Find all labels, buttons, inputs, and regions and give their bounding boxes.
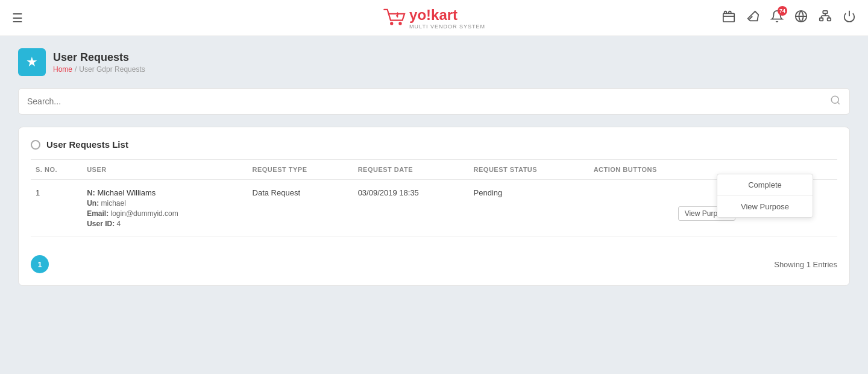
user-email-value: login@dummyid.com <box>111 209 178 218</box>
header-left: ☰ <box>12 11 23 25</box>
hamburger-menu[interactable]: ☰ <box>12 11 23 25</box>
col-request-status: REQUEST STATUS <box>469 160 589 180</box>
page-title-area: User Requests Home / User Gdpr Requests <box>53 51 145 74</box>
svg-point-8 <box>831 96 838 103</box>
user-id-value: 4 <box>117 220 121 228</box>
svg-rect-4 <box>823 11 827 14</box>
showing-entries-text: Showing 1 Entries <box>774 260 837 269</box>
cell-user: N: Michael Williams Un: michael Email: l… <box>82 180 247 237</box>
breadcrumb-home[interactable]: Home <box>53 65 72 74</box>
user-email-line: Email: login@dummyid.com <box>87 209 242 218</box>
logo-cart-icon <box>383 8 407 28</box>
sitemap-icon[interactable] <box>819 10 832 26</box>
action-dropdown: Complete View Purpose <box>717 174 813 218</box>
logo-subtitle: MULTI VENDOR SYSTEM <box>409 24 485 30</box>
search-icon[interactable] <box>830 95 841 108</box>
cell-request-status: Pending <box>469 180 589 237</box>
notification-icon[interactable]: 74 <box>770 10 784 26</box>
user-email-label: Email: <box>87 209 108 218</box>
svg-rect-2 <box>723 13 734 22</box>
logo: yo!kart MULTI VENDOR SYSTEM <box>383 7 485 30</box>
breadcrumb-separator: / <box>75 65 77 74</box>
card-header: User Requests List <box>31 139 837 150</box>
user-un-value: michael <box>101 199 126 208</box>
svg-point-1 <box>398 22 401 25</box>
data-table: S. NO. USER REQUEST TYPE REQUEST DATE RE… <box>31 159 837 237</box>
pagination-page-1[interactable]: 1 <box>31 255 49 273</box>
page-header: ★ User Requests Home / User Gdpr Request… <box>18 48 850 76</box>
user-info: N: Michael Williams Un: michael Email: l… <box>87 188 242 228</box>
user-id-label: User ID: <box>87 220 115 228</box>
col-request-date: REQUEST DATE <box>353 160 469 180</box>
card-footer: 1 Showing 1 Entries <box>31 249 837 273</box>
logo-text-area: yo!kart MULTI VENDOR SYSTEM <box>409 7 485 30</box>
cell-action: Complete View Purpose View Purpose <box>589 180 837 237</box>
main-card: User Requests List S. NO. USER REQUEST T… <box>18 127 850 286</box>
cell-sno: 1 <box>31 180 82 237</box>
search-bar <box>18 88 850 115</box>
page-icon: ★ <box>18 48 46 76</box>
col-request-type: REQUEST TYPE <box>248 160 353 180</box>
page-title: User Requests <box>53 51 145 64</box>
page-content: ★ User Requests Home / User Gdpr Request… <box>0 36 868 298</box>
power-icon[interactable] <box>843 10 856 26</box>
svg-point-0 <box>390 22 393 25</box>
breadcrumb: Home / User Gdpr Requests <box>53 65 145 74</box>
logo-brand: yo!kart <box>409 7 458 23</box>
svg-line-9 <box>837 102 839 104</box>
complete-button[interactable]: Complete <box>717 174 813 195</box>
notification-badge: 74 <box>778 6 787 16</box>
col-user: USER <box>82 160 247 180</box>
user-name-line: N: Michael Williams <box>87 188 242 197</box>
card-header-radio[interactable] <box>31 140 40 150</box>
header: ☰ yo!kart MULTI VENDOR SYSTEM <box>0 0 868 36</box>
globe-icon[interactable] <box>794 10 808 26</box>
cell-request-date: 03/09/2019 18:35 <box>353 180 469 237</box>
breadcrumb-current: User Gdpr Requests <box>79 65 145 74</box>
user-id-line: User ID: 4 <box>87 220 242 228</box>
svg-rect-5 <box>820 18 823 21</box>
header-icons: 74 <box>722 10 856 26</box>
svg-rect-6 <box>828 18 831 21</box>
cell-request-type: Data Request <box>248 180 353 237</box>
table-row: 1 N: Michael Williams Un: michael <box>31 180 837 237</box>
search-input[interactable] <box>27 97 830 106</box>
user-un-label: Un: <box>87 199 99 208</box>
eraser-icon[interactable] <box>746 10 760 26</box>
view-purpose-dropdown-item[interactable]: View Purpose <box>717 196 813 217</box>
col-sno: S. NO. <box>31 160 82 180</box>
table-body: 1 N: Michael Williams Un: michael <box>31 180 837 237</box>
user-un-line: Un: michael <box>87 199 242 208</box>
store-icon[interactable] <box>722 10 735 26</box>
user-name-label: N: <box>87 188 95 197</box>
card-header-title: User Requests List <box>46 139 128 150</box>
user-name-value: Michael Williams <box>98 188 156 197</box>
